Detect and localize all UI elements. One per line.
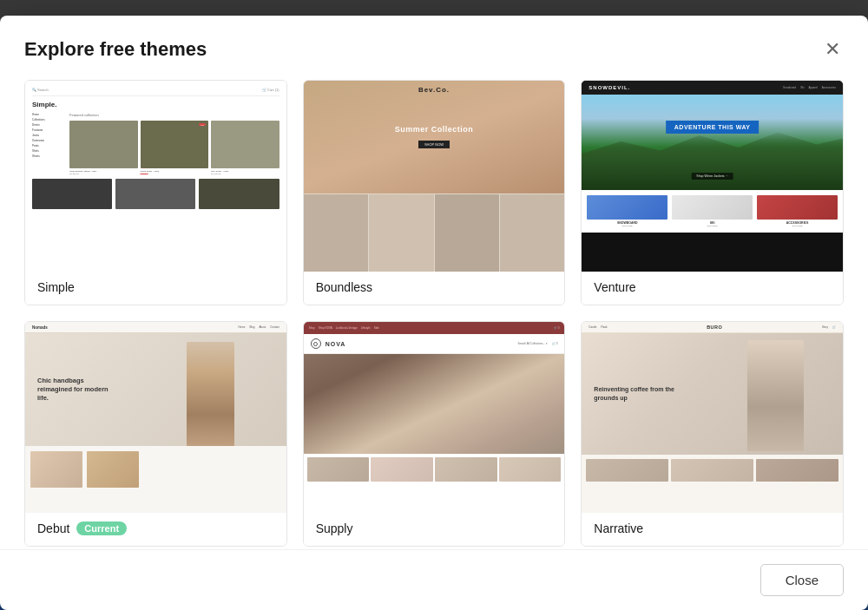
theme-info-boundless: Boundless: [304, 272, 565, 305]
theme-preview-venture: SNOWDEVIL. Snowboard Ski Apparel Accesso…: [582, 81, 843, 272]
theme-card-boundless[interactable]: Bev.Co. Summer Collection SHOP NOW: [303, 80, 566, 305]
modal-header: Explore free themes ✕: [0, 16, 868, 80]
theme-info-debut: Debut Current: [25, 513, 286, 546]
theme-card-simple[interactable]: 🔍 Search 🛒 Cart (1) Simple. Home Collect…: [24, 80, 287, 305]
close-icon: ✕: [825, 40, 840, 59]
theme-card-debut[interactable]: Nomads Home Blog About Contact: [24, 321, 287, 547]
theme-name-venture: Venture: [594, 280, 635, 294]
theme-name-debut: Debut: [37, 521, 69, 535]
modal-body: 🔍 Search 🛒 Cart (1) Simple. Home Collect…: [0, 80, 868, 549]
modal-close-button[interactable]: ✕: [821, 36, 844, 62]
theme-name-boundless: Boundless: [316, 280, 372, 294]
themes-grid: 🔍 Search 🛒 Cart (1) Simple. Home Collect…: [24, 80, 844, 547]
theme-info-narrative: Narrative: [582, 513, 843, 546]
themes-modal: Explore free themes ✕ 🔍 Search 🛒 Cart (1…: [0, 16, 868, 610]
modal-footer: Close: [0, 549, 868, 610]
theme-name-simple: Simple: [37, 280, 75, 294]
theme-name-supply: Supply: [316, 521, 353, 535]
theme-info-supply: Supply: [304, 513, 565, 546]
theme-preview-narrative: Carafe Flask BURO Story 🛒: [582, 322, 843, 513]
theme-name-narrative: Narrative: [594, 521, 643, 535]
theme-card-narrative[interactable]: Carafe Flask BURO Story 🛒: [581, 321, 844, 547]
theme-preview-debut: Nomads Home Blog About Contact: [25, 322, 286, 513]
theme-preview-boundless: Bev.Co. Summer Collection SHOP NOW: [304, 81, 565, 272]
theme-preview-simple: 🔍 Search 🛒 Cart (1) Simple. Home Collect…: [25, 81, 286, 272]
close-modal-button[interactable]: Close: [760, 564, 844, 596]
current-badge-debut: Current: [76, 521, 127, 535]
theme-card-venture[interactable]: SNOWDEVIL. Snowboard Ski Apparel Accesso…: [581, 80, 844, 305]
theme-info-simple: Simple: [25, 272, 286, 305]
modal-title: Explore free themes: [24, 38, 207, 61]
theme-card-supply[interactable]: Shop Shop NOVA Lookbook+Vintage Lifestyl…: [303, 321, 566, 547]
modal-overlay: Explore free themes ✕ 🔍 Search 🛒 Cart (1…: [0, 0, 868, 610]
theme-preview-supply: Shop Shop NOVA Lookbook+Vintage Lifestyl…: [304, 322, 565, 513]
theme-info-venture: Venture: [582, 272, 843, 305]
